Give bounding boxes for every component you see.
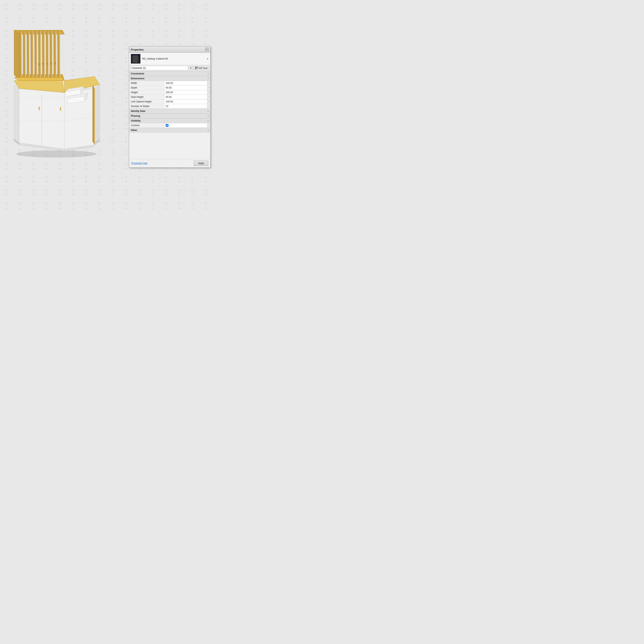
svg-marker-36	[40, 31, 41, 79]
svg-marker-27	[23, 31, 25, 79]
edit-type-button[interactable]: Edit Type	[194, 66, 209, 70]
prop-btn-width[interactable]: ⋯	[207, 81, 210, 85]
prop-value-seat-height[interactable]: 40.00	[164, 95, 207, 99]
dimensions-label: Dimensions	[131, 77, 144, 80]
svg-rect-63	[195, 68, 196, 69]
prop-value-left-cabinet-height[interactable]: 100.00	[164, 100, 207, 104]
close-button[interactable]: ×	[205, 48, 209, 51]
visibility-chevron: «	[207, 120, 209, 122]
object-thumbnail	[131, 54, 140, 64]
prop-label-depth: Depth	[129, 86, 164, 90]
svg-marker-45	[57, 31, 60, 79]
prop-value-width[interactable]: 160.00	[164, 81, 207, 85]
object-row: RD_Hallway Cabinet 09 ▼	[129, 53, 210, 65]
prop-row-num-slates: Number of Slates 22 ⋯	[129, 104, 210, 109]
panel-title: Properties	[131, 48, 144, 51]
phasing-chevron: »	[207, 115, 209, 117]
svg-rect-8	[39, 107, 40, 110]
prop-btn-num-slates[interactable]: ⋯	[207, 104, 210, 108]
dimensions-section-header[interactable]: Dimensions «	[129, 76, 210, 81]
svg-marker-47	[14, 30, 19, 79]
prop-row-cushion: Cushion ⋯	[129, 123, 210, 128]
panel-titlebar: Properties ×	[129, 46, 210, 53]
svg-marker-39	[46, 31, 48, 79]
svg-marker-43	[54, 31, 56, 79]
svg-marker-37	[42, 31, 44, 79]
prop-label-width: Width	[129, 81, 164, 85]
cushion-checkbox[interactable]	[166, 124, 168, 127]
prop-label-height: Height	[129, 90, 164, 94]
panel-footer: Properties help Apply	[129, 159, 210, 167]
svg-rect-9	[60, 107, 61, 111]
empty-space	[129, 133, 210, 159]
svg-marker-31	[31, 31, 33, 79]
constraints-section-header[interactable]: Constraints »	[129, 71, 210, 76]
svg-marker-35	[38, 31, 40, 79]
prop-value-cushion[interactable]	[164, 123, 207, 127]
prop-label-left-cabinet-height: Left Cabinet Height	[129, 100, 164, 104]
svg-point-0	[16, 150, 97, 158]
prop-value-num-slates[interactable]: 22	[164, 104, 207, 108]
svg-rect-61	[195, 67, 196, 68]
object-name: RD_Hallway Cabinet 09	[142, 57, 205, 60]
svg-marker-42	[52, 31, 53, 79]
svg-marker-25	[19, 31, 21, 79]
edit-type-label: Edit Type	[198, 67, 208, 69]
phasing-label: Phasing	[131, 115, 140, 117]
svg-marker-11	[95, 85, 100, 145]
object-dropdown-arrow[interactable]: ▼	[207, 58, 209, 60]
apply-button[interactable]: Apply	[194, 161, 208, 166]
properties-panel: Properties × RD_Hallway Cabinet 09 ▼ Cas…	[129, 46, 211, 168]
prop-row-height: Height 200.00 ⋯	[129, 90, 210, 95]
svg-marker-30	[29, 31, 30, 79]
phasing-section-header[interactable]: Phasing »	[129, 114, 210, 118]
identity-data-chevron: »	[207, 110, 209, 112]
identity-data-section-header[interactable]: Identity Data »	[129, 109, 210, 114]
svg-rect-64	[197, 68, 198, 69]
prop-row-left-cabinet-height: Left Cabinet Height 100.00 ⋯	[129, 99, 210, 104]
edit-type-icon	[195, 67, 198, 69]
prop-btn-cushion[interactable]: ⋯	[207, 123, 210, 128]
prop-value-height[interactable]: 200.00	[164, 90, 207, 94]
other-label: Other	[131, 129, 137, 132]
svg-marker-44	[56, 31, 56, 79]
visibility-label: Visibility	[131, 119, 141, 122]
svg-rect-62	[197, 67, 198, 68]
prop-row-depth: Depth 40.00 ⋯	[129, 86, 210, 90]
prop-btn-height[interactable]: ⋯	[207, 90, 210, 95]
svg-marker-48	[14, 77, 64, 81]
svg-marker-2	[14, 85, 19, 145]
dimensions-content: Width 160.00 ⋯ Depth 40.00 ⋯ Height 200.…	[129, 81, 210, 109]
svg-marker-33	[34, 31, 37, 79]
visibility-section-header[interactable]: Visibility «	[129, 118, 210, 123]
other-chevron: »	[207, 129, 209, 131]
dimensions-chevron: «	[207, 77, 209, 80]
prop-label-cushion: Cushion	[129, 123, 164, 127]
constraints-label: Constraints	[131, 72, 144, 75]
prop-label-num-slates: Number of Slates	[129, 104, 164, 108]
svg-marker-29	[27, 31, 29, 79]
svg-marker-21	[93, 86, 94, 143]
prop-btn-seat-height[interactable]: ⋯	[207, 95, 210, 99]
category-dropdown[interactable]: ▼	[189, 66, 193, 70]
svg-marker-40	[48, 31, 49, 79]
properties-help-link[interactable]: Properties help	[131, 162, 148, 165]
svg-marker-28	[25, 31, 26, 79]
prop-btn-left-cabinet-height[interactable]: ⋯	[207, 99, 210, 104]
svg-marker-26	[21, 31, 22, 79]
prop-value-depth[interactable]: 40.00	[164, 86, 207, 90]
other-section-header[interactable]: Other »	[129, 128, 210, 133]
prop-row-width: Width 160.00 ⋯	[129, 81, 210, 86]
model-area	[0, 0, 117, 181]
svg-marker-20	[94, 87, 95, 145]
svg-marker-46	[59, 31, 60, 79]
category-row: Casework (1) ▼ Edit Type	[129, 65, 210, 71]
category-select[interactable]: Casework (1)	[130, 66, 188, 70]
prop-label-seat-height: Seat Height	[129, 95, 164, 99]
prop-btn-depth[interactable]: ⋯	[207, 86, 210, 90]
svg-marker-38	[44, 31, 45, 79]
svg-marker-34	[36, 31, 37, 79]
identity-data-label: Identity Data	[131, 110, 145, 112]
prop-row-seat-height: Seat Height 40.00 ⋯	[129, 95, 210, 99]
constraints-chevron: »	[207, 73, 209, 75]
